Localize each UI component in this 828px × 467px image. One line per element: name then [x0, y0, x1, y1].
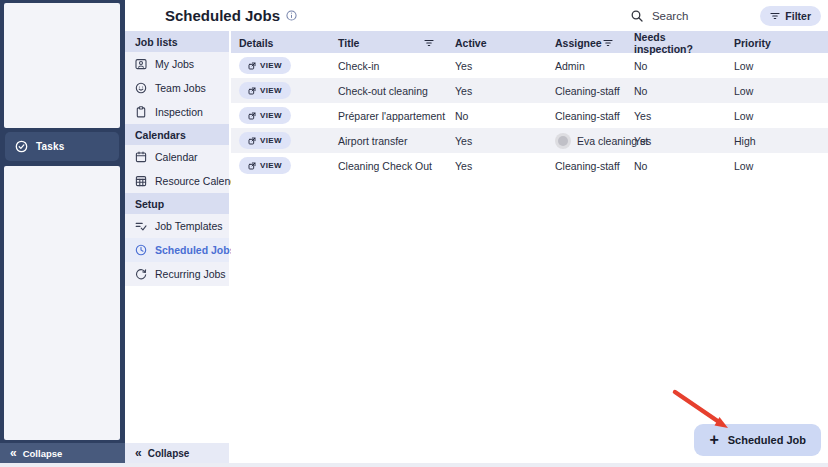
filter-button[interactable]: Filter [760, 6, 821, 26]
page-header: Scheduled Jobs Search [125, 0, 828, 31]
cell-active: Yes [447, 160, 547, 172]
column-header-title[interactable]: Title [330, 37, 447, 49]
table-row: VIEW Airport transfer Yes Eva cleaning s… [231, 128, 828, 153]
sidebar-item-tasks[interactable]: Tasks [5, 132, 119, 161]
external-link-icon [248, 137, 256, 145]
team-jobs-icon [135, 82, 147, 94]
collapse-label: Collapse [23, 448, 63, 459]
cell-priority: Low [726, 85, 828, 97]
secondary-sidebar-collapse-button[interactable]: « Collapse [125, 443, 229, 463]
sidebar-item-job-templates[interactable]: Job Templates [125, 214, 229, 238]
column-header-active[interactable]: Active [447, 37, 547, 49]
external-link-icon [248, 62, 256, 70]
sidebar-blank-panel-top [4, 3, 120, 128]
cell-needs-inspection: No [626, 160, 726, 172]
column-header-details[interactable]: Details [231, 37, 330, 49]
sidebar-item-inspection[interactable]: Inspection [125, 100, 229, 124]
view-button[interactable]: VIEW [239, 82, 291, 99]
view-button[interactable]: VIEW [239, 132, 291, 149]
cell-needs-inspection: No [626, 60, 726, 72]
tasks-check-circle-icon [15, 140, 28, 153]
cell-active: Yes [447, 60, 547, 72]
table-row: VIEW Check-in Yes Admin No Low [231, 53, 828, 78]
table-header-row: Details Title Active Assignee Needs insp… [231, 31, 828, 53]
sidebar-item-calendar[interactable]: Calendar [125, 145, 229, 169]
table-row: VIEW Préparer l'appartement No Cleaning-… [231, 103, 828, 128]
cell-assignee: Cleaning-staff [547, 110, 626, 122]
column-header-needs-inspection[interactable]: Needs inspection? [626, 31, 726, 55]
sidebar-item-scheduled-jobs[interactable]: Scheduled Jobs [125, 238, 229, 262]
inspection-clipboard-icon [135, 106, 147, 118]
cell-assignee: Cleaning-staff [547, 85, 626, 97]
column-filter-icon[interactable] [603, 38, 613, 48]
section-header-setup: Setup [125, 193, 229, 214]
sidebar-item-resource-calendar[interactable]: Resource Calendar [125, 169, 229, 193]
cell-title: Check-out cleaning [330, 85, 447, 97]
column-header-priority[interactable]: Priority [726, 37, 828, 49]
window-bottom-strip [0, 463, 828, 467]
search-label: Search [652, 10, 688, 22]
table-row: VIEW Cleaning Check Out Yes Cleaning-sta… [231, 153, 828, 178]
cell-needs-inspection: Yes [626, 135, 726, 147]
cell-priority: Low [726, 160, 828, 172]
tasks-label: Tasks [36, 141, 65, 152]
cell-priority: Low [726, 110, 828, 122]
cell-priority: High [726, 135, 828, 147]
scheduled-jobs-clock-icon [135, 244, 147, 256]
view-button[interactable]: VIEW [239, 57, 291, 74]
collapse-chevrons-icon: « [135, 447, 142, 459]
cell-needs-inspection: No [626, 85, 726, 97]
cell-active: Yes [447, 135, 547, 147]
recurring-jobs-refresh-icon [135, 268, 147, 280]
collapse-label: Collapse [148, 448, 190, 459]
cell-title: Cleaning Check Out [330, 160, 447, 172]
cell-needs-inspection: Yes [626, 110, 726, 122]
my-jobs-badge-icon [135, 58, 147, 70]
secondary-sidebar: Job lists My Jobs Team Jobs [125, 31, 229, 463]
cell-title: Préparer l'appartement [330, 110, 447, 122]
cell-assignee: Eva cleaning st [547, 133, 626, 149]
assignee-avatar [555, 133, 571, 149]
external-link-icon [248, 87, 256, 95]
section-header-calendars: Calendars [125, 124, 229, 145]
cell-active: No [447, 110, 547, 122]
scheduled-jobs-table: Details Title Active Assignee Needs insp… [231, 31, 828, 463]
column-header-assignee[interactable]: Assignee [547, 37, 626, 49]
search-control[interactable]: Search [631, 10, 688, 22]
cell-priority: Low [726, 60, 828, 72]
calendar-icon [135, 151, 147, 163]
filter-icon [770, 11, 780, 21]
sidebar-item-my-jobs[interactable]: My Jobs [125, 52, 229, 76]
table-row: VIEW Check-out cleaning Yes Cleaning-sta… [231, 78, 828, 103]
external-link-icon [248, 112, 256, 120]
collapse-chevrons-icon: « [10, 447, 17, 459]
cell-assignee: Cleaning-staff [547, 160, 626, 172]
primary-sidebar: Tasks « Collapse [0, 0, 125, 463]
cell-title: Airport transfer [330, 135, 447, 147]
cell-assignee: Admin [547, 60, 626, 72]
plus-icon: + [709, 432, 718, 448]
section-header-job-lists: Job lists [125, 31, 229, 52]
search-icon [631, 10, 643, 22]
cell-active: Yes [447, 85, 547, 97]
page-title: Scheduled Jobs [165, 7, 297, 24]
sidebar-item-team-jobs[interactable]: Team Jobs [125, 76, 229, 100]
view-button[interactable]: VIEW [239, 157, 291, 174]
external-link-icon [248, 162, 256, 170]
content-area: Scheduled Jobs Search [125, 0, 828, 463]
add-scheduled-job-button[interactable]: + Scheduled Job [694, 424, 821, 456]
info-icon[interactable] [286, 10, 297, 21]
sidebar-blank-panel-bottom [4, 166, 120, 440]
cell-title: Check-in [330, 60, 447, 72]
view-button[interactable]: VIEW [239, 107, 291, 124]
resource-calendar-grid-icon [135, 175, 147, 187]
sidebar-item-recurring-jobs[interactable]: Recurring Jobs [125, 262, 229, 286]
column-filter-icon[interactable] [424, 38, 434, 48]
job-templates-list-icon [135, 220, 147, 232]
primary-sidebar-collapse-button[interactable]: « Collapse [0, 443, 125, 463]
app-window: Tasks « Collapse Scheduled Jobs [0, 0, 828, 467]
